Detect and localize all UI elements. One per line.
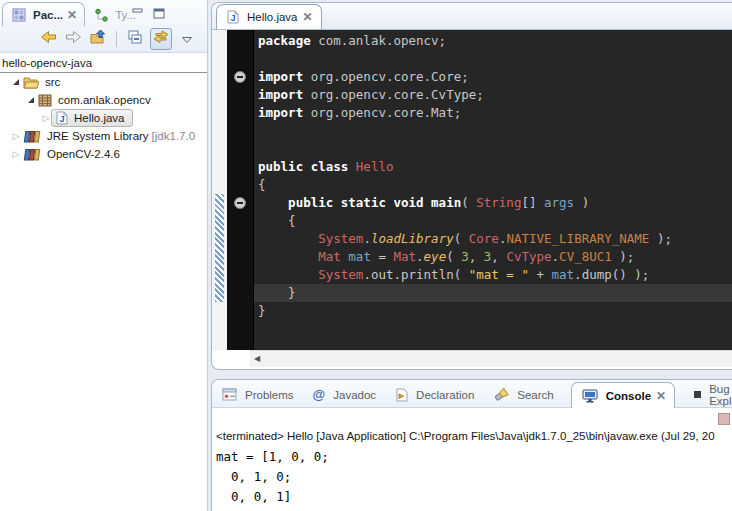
item-content: JRE System Library [jdk1.7.0 [21, 130, 195, 143]
up-button[interactable] [88, 29, 108, 49]
project-tree: hello-opencv-java srccom.anlak.opencv▷JH… [0, 53, 207, 163]
editor-body: package com.anlak.opencv;import org.open… [212, 30, 732, 350]
forward-icon [65, 29, 82, 49]
view-menu-icon [181, 30, 193, 48]
source-folder-icon [23, 76, 39, 89]
code-line: import org.opencv.core.Mat; [254, 104, 732, 122]
code-line: { [254, 212, 732, 230]
problems-icon [222, 388, 237, 401]
bug-icon [694, 391, 701, 398]
code-line: } [254, 302, 732, 320]
collapse-all-icon [127, 29, 144, 49]
editor-tab-label: Hello.java [247, 11, 298, 23]
code-line: Mat mat = Mat.eye( 3, 3, CvType.CV_8UC1 … [254, 248, 732, 266]
up-icon [90, 29, 107, 49]
code-line [254, 140, 732, 158]
item-content: OpenCV-2.4.6 [21, 148, 123, 161]
console-tab-label: Search [517, 389, 553, 401]
tree-item-label: src [42, 76, 63, 88]
annotation-ruler[interactable] [212, 30, 227, 350]
tree-item-label: JRE System Library [44, 130, 152, 142]
code-line: package com.anlak.opencv; [254, 32, 732, 50]
package-icon [38, 94, 52, 107]
console-process-title: <terminated> Hello [Java Application] C:… [216, 430, 732, 442]
console-tab-label: Bug Explorer [709, 383, 732, 407]
svg-text:J: J [59, 114, 64, 124]
expanded-arrow-icon[interactable] [26, 97, 36, 103]
view-menu-button[interactable] [177, 29, 197, 49]
link-with-editor-button[interactable] [150, 28, 172, 50]
horizontal-scrollbar[interactable]: ◀ [250, 350, 732, 367]
console-tab-problems[interactable]: Problems [220, 382, 294, 407]
tree-item-src[interactable]: src [0, 73, 207, 91]
tree-item-decorator: [jdk1.7.0 [152, 130, 195, 142]
type-hierarchy-icon [94, 8, 108, 22]
editor-area: J Hello.java ✕ package com.anlak.opencv;… [211, 2, 732, 370]
tree-item-hello.java[interactable]: ▷JHello.java [0, 109, 207, 127]
console-view: Problems@JavadocDeclarationSearchConsole… [211, 379, 732, 511]
tree-item-com.anlak.opencv[interactable]: com.anlak.opencv [0, 91, 207, 109]
declaration-icon [395, 388, 408, 402]
code-line [254, 122, 732, 140]
java-file-icon: J [227, 10, 239, 24]
tree-item-opencv-2.4.6[interactable]: ▷OpenCV-2.4.6 [0, 145, 207, 163]
svg-text:J: J [230, 13, 235, 23]
console-tabbar: Problems@JavadocDeclarationSearchConsole… [212, 380, 732, 408]
tree-item-label: Hello.java [71, 112, 128, 124]
view-tab-label: Pac... [33, 9, 63, 21]
console-output-line: 0, 0, 1] [216, 487, 732, 507]
code-editor[interactable]: package com.anlak.opencv;import org.open… [254, 30, 732, 350]
package-explorer-header: Pac...✕Ty... [0, 0, 207, 53]
selected-item-highlight: JHello.java [51, 109, 133, 127]
forward-button[interactable] [63, 29, 83, 49]
view-tab-pac[interactable]: Pac...✕ [2, 2, 85, 26]
maximize-button[interactable] [152, 7, 165, 19]
console-tab-label: Javadoc [333, 389, 376, 401]
close-icon[interactable]: ✕ [656, 391, 666, 401]
folding-ruler[interactable] [227, 30, 254, 350]
collapse-all-button[interactable] [125, 29, 145, 49]
close-icon[interactable]: ✕ [67, 10, 77, 20]
console-icon [582, 389, 598, 403]
link-with-editor-icon [152, 29, 170, 48]
scroll-left-icon[interactable]: ◀ [254, 355, 260, 363]
java-file-icon: J [56, 111, 68, 125]
view-window-buttons [131, 7, 165, 19]
back-button[interactable] [38, 29, 58, 49]
expanded-arrow-icon[interactable] [11, 79, 21, 85]
javadoc-icon: @ [313, 388, 326, 401]
editor-tab-hello-java[interactable]: J Hello.java ✕ [216, 4, 322, 29]
collapsed-arrow-icon[interactable]: ▷ [11, 150, 21, 159]
close-icon[interactable]: ✕ [303, 12, 313, 22]
tree-item-label: com.anlak.opencv [55, 94, 154, 106]
package-explorer-view: Pac...✕Ty... hello-opencv-java srccom.an… [0, 0, 208, 511]
tree-item-jre-system-library[interactable]: ▷JRE System Library [jdk1.7.0 [0, 127, 207, 145]
fold-minus-icon[interactable] [234, 197, 246, 209]
library-icon [23, 130, 41, 143]
collapsed-arrow-icon[interactable]: ▷ [41, 114, 51, 123]
console-toolbar-button[interactable] [718, 413, 730, 425]
console-tab-bug-explorer[interactable]: Bug Explorer [692, 382, 732, 407]
minimize-button[interactable] [131, 7, 144, 19]
eclipse-workbench: { "colors": { "window_background": "#e7e… [0, 0, 732, 511]
collapsed-arrow-icon[interactable]: ▷ [11, 132, 21, 141]
code-line: System.loadLibrary( Core.NATIVE_LIBRARY_… [254, 230, 732, 248]
console-tab-javadoc[interactable]: @Javadoc [311, 382, 377, 407]
view-tabbar: Pac...✕Ty... [0, 0, 207, 26]
package-explorer-icon [12, 8, 26, 22]
console-tab-declaration[interactable]: Declaration [393, 382, 474, 407]
library-icon [23, 148, 41, 161]
code-line: public class Hello [254, 158, 732, 176]
console-tab-label: Problems [245, 389, 294, 401]
console-tab-label: Console [606, 390, 651, 402]
item-content: src [21, 76, 63, 89]
console-output-line: mat = [1, 0, 0; [216, 447, 732, 467]
console-tab-console[interactable]: Console✕ [571, 382, 675, 408]
fold-minus-icon[interactable] [234, 71, 246, 83]
console-tab-search[interactable]: Search [491, 382, 553, 407]
code-line: import org.opencv.core.Core; [254, 68, 732, 86]
editor-tabbar: J Hello.java ✕ [212, 3, 732, 30]
tree-item-project[interactable]: hello-opencv-java [0, 56, 207, 73]
console-output[interactable]: mat = [1, 0, 0; 0, 1, 0; 0, 0, 1] [216, 447, 732, 511]
code-line [254, 50, 732, 68]
